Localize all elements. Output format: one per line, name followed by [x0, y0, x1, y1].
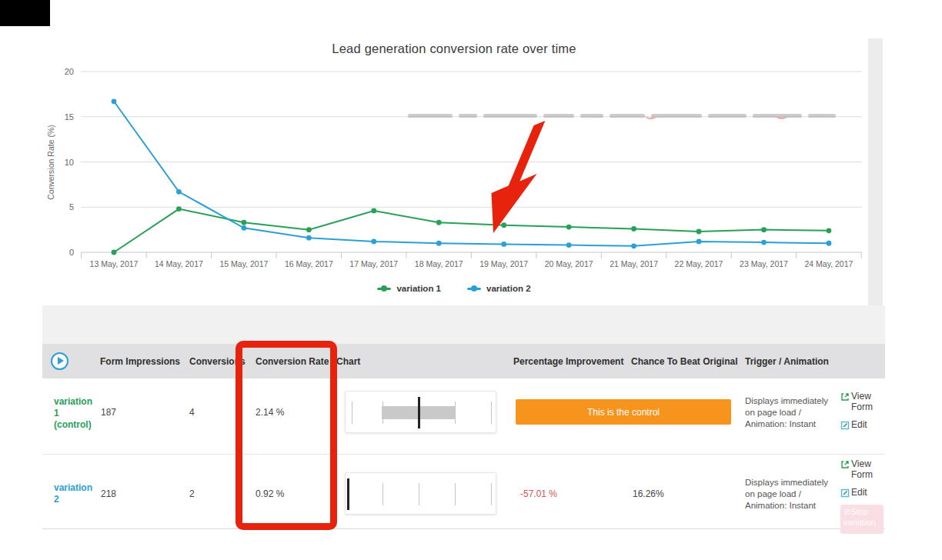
- svg-text:24 May, 2017: 24 May, 2017: [805, 259, 853, 268]
- svg-text:14 May, 2017: 14 May, 2017: [155, 259, 203, 268]
- edit-pencil-icon: [840, 488, 850, 498]
- svg-text:16 May, 2017: 16 May, 2017: [285, 259, 333, 268]
- svg-text:19 May, 2017: 19 May, 2017: [479, 259, 528, 268]
- chart-legend: variation 1 variation 2: [0, 284, 908, 293]
- svg-text:22 May, 2017: 22 May, 2017: [675, 259, 723, 268]
- svg-text:10: 10: [65, 158, 74, 167]
- legend-marker-icon: [377, 288, 391, 290]
- chance-to-beat-value: 16.26%: [633, 488, 664, 499]
- conversion-rate-value: 2.14 %: [256, 407, 284, 418]
- col-header-conversion-rate: Conversion Rate: [256, 344, 329, 378]
- play-button[interactable]: [51, 352, 68, 370]
- form-impressions-value: 218: [101, 488, 116, 499]
- svg-text:Conversion Rate (%): Conversion Rate (%): [46, 125, 55, 199]
- svg-text:23 May, 2017: 23 May, 2017: [740, 259, 788, 268]
- row-actions: View Form Edit: [840, 392, 894, 437]
- results-table: Form Impressions Conversions Conversion …: [42, 344, 885, 529]
- svg-text:21 May, 2017: 21 May, 2017: [610, 259, 658, 268]
- svg-text:20: 20: [65, 67, 74, 76]
- row-actions: View Form Edit ⊘Stop variation: [840, 459, 894, 534]
- conversion-rate-line-chart: 0510152013 May, 201714 May, 201715 May, …: [0, 0, 942, 308]
- mean-marker: [418, 397, 420, 428]
- svg-text:15: 15: [65, 112, 74, 122]
- mean-marker: [347, 478, 349, 510]
- legend-item-variation-2[interactable]: variation 2: [467, 284, 531, 293]
- svg-text:17 May, 2017: 17 May, 2017: [349, 259, 398, 268]
- col-header-form-impressions: Form Impressions: [100, 344, 180, 378]
- col-header-chance-to-beat: Chance To Beat Original: [631, 344, 737, 378]
- col-header-percentage-improvement: Percentage Improvement: [513, 344, 623, 378]
- col-header-chart: Chart: [336, 344, 360, 378]
- variation-name-link[interactable]: variation 2: [54, 482, 99, 505]
- chart-scrollbar[interactable]: [868, 38, 883, 305]
- red-mark-icon: [776, 112, 787, 119]
- legend-item-variation-1[interactable]: variation 1: [377, 284, 441, 293]
- conversion-rate-value: 0.92 %: [256, 488, 284, 499]
- col-header-conversions: Conversions: [189, 344, 246, 378]
- view-form-link[interactable]: View Form: [840, 392, 894, 413]
- legend-marker-icon: [467, 288, 481, 290]
- percentage-improvement-value: -57.01 %: [520, 488, 557, 499]
- edit-link[interactable]: Edit: [840, 420, 894, 431]
- section-divider-band: [42, 305, 885, 344]
- confidence-interval-chart: [345, 472, 496, 515]
- confidence-interval-chart: [345, 391, 496, 433]
- col-header-trigger-animation: Trigger / Animation: [745, 344, 829, 378]
- ab-test-dashboard: Lead generation conversion rate over tim…: [0, 0, 942, 560]
- svg-text:20 May, 2017: 20 May, 2017: [545, 259, 593, 268]
- trigger-animation-text: Displays immediately on page load / Anim…: [745, 477, 839, 512]
- external-link-icon: [840, 460, 850, 469]
- svg-text:5: 5: [69, 202, 74, 212]
- table-header-row: Form Impressions Conversions Conversion …: [42, 344, 885, 378]
- conversions-value: 4: [189, 407, 195, 418]
- blurred-redacted-text: [408, 112, 836, 119]
- svg-text:15 May, 2017: 15 May, 2017: [219, 259, 268, 268]
- svg-text:0: 0: [69, 248, 74, 257]
- stop-icon: ⊘: [843, 507, 850, 516]
- red-mark-icon: [645, 112, 656, 119]
- trigger-animation-text: Displays immediately on page load / Anim…: [745, 395, 839, 430]
- edit-link[interactable]: Edit: [840, 488, 894, 498]
- svg-text:13 May, 2017: 13 May, 2017: [90, 259, 139, 268]
- conversions-value: 2: [189, 488, 195, 499]
- control-badge: This is the control: [516, 399, 731, 425]
- stop-variation-button[interactable]: ⊘Stop variation: [840, 505, 884, 534]
- play-icon: [58, 357, 64, 365]
- svg-text:18 May, 2017: 18 May, 2017: [415, 259, 463, 268]
- external-link-icon: [840, 392, 850, 402]
- row-divider: [42, 454, 885, 455]
- view-form-link[interactable]: View Form: [840, 459, 894, 481]
- variation-name-link[interactable]: variation 1 (control): [54, 396, 99, 431]
- form-impressions-value: 187: [101, 407, 116, 418]
- edit-pencil-icon: [840, 421, 850, 430]
